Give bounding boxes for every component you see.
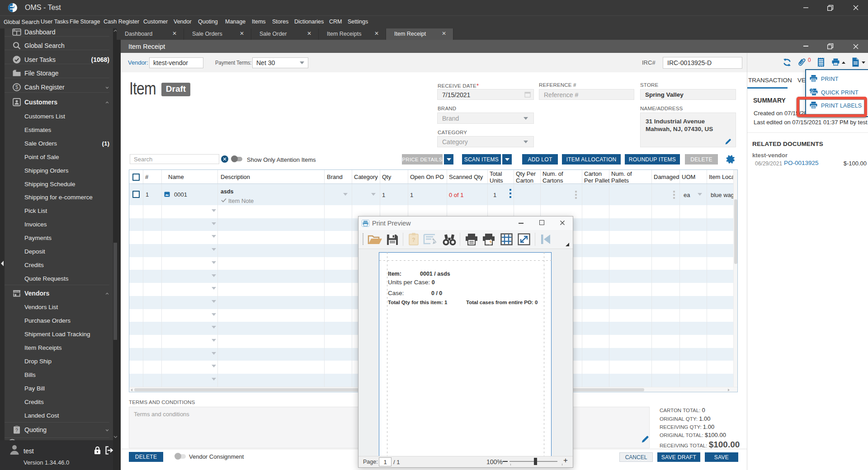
svg-text:$: $ [15,84,19,90]
svg-text:?: ? [15,428,18,433]
svg-text:?: ? [412,237,415,243]
